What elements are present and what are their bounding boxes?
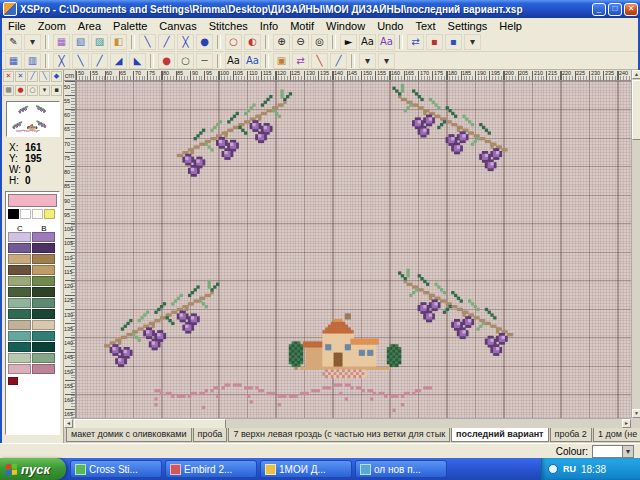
pointer-tool[interactable]: ► [340,34,357,50]
letter-blue-button[interactable]: Aa [244,53,261,69]
menu-file[interactable]: File [2,20,32,32]
text-purple-tool[interactable]: Aa [378,34,395,50]
grid-style-a-button[interactable]: ▦ [5,53,22,69]
tab-sheet[interactable]: 7 верхн левая гроздь (с частью низ ветки… [228,428,450,442]
stitch-cross-red-tool[interactable]: ✕ [3,71,14,82]
menu-undo[interactable]: Undo [371,20,409,32]
half-back-stitch-button[interactable]: ╲ [72,53,89,69]
tab-sheet[interactable]: 1 дом (не весь для стыковки) [593,428,640,442]
scroll-down-button[interactable]: ▼ [632,409,640,418]
palette-swatch[interactable] [8,342,31,352]
scroll-left-button[interactable]: ◄ [64,419,73,428]
grid-mini-tool[interactable]: ▦ [3,85,14,96]
arrow-mini-dropdown[interactable]: ▾ [39,85,50,96]
start-button[interactable]: пуск [0,458,66,480]
menu-settings[interactable]: Settings [442,20,494,32]
palette-swatch[interactable] [8,364,31,374]
menu-help[interactable]: Help [493,20,528,32]
tab-sheet[interactable]: проба 2 [550,428,592,442]
bead-outline-button[interactable]: ○ [177,53,194,69]
menu-canvas[interactable]: Canvas [153,20,202,32]
close-button[interactable]: ✕ [624,3,638,16]
grid-style-b-button[interactable]: ▥ [24,53,41,69]
palette-swatch[interactable] [8,276,31,286]
stitch-cross-blue-tool[interactable]: ✕ [15,71,26,82]
menu-motif[interactable]: Motif [284,20,320,32]
taskbar-task[interactable]: ол нов п... [355,460,447,478]
print-button[interactable]: ◧ [110,34,127,50]
menu-text[interactable]: Text [409,20,441,32]
current-color-swatch[interactable] [8,194,57,207]
palette-swatch[interactable] [8,265,31,275]
vertical-scrollbar[interactable]: ▲ ▼ [631,70,640,418]
knot-tool[interactable]: ● [196,34,213,50]
more-dropdown[interactable]: ▾ [464,34,481,50]
halfstitch-tool[interactable]: ╱ [158,34,175,50]
dot-red-mini-tool[interactable]: ● [15,85,26,96]
palette-swatch[interactable] [32,331,55,341]
palette-swatch[interactable] [32,342,55,352]
language-indicator[interactable]: RU [563,464,576,474]
palette-swatch[interactable] [32,298,55,308]
tray-icon[interactable] [548,464,558,474]
palette-swatch[interactable] [8,287,31,297]
rotate-motif-button[interactable]: ⇄ [292,53,309,69]
copy-motif-button[interactable]: ▣ [273,53,290,69]
menu-stitches[interactable]: Stitches [203,20,254,32]
palette-swatch[interactable] [32,276,55,286]
taskbar-task[interactable]: Cross Sti... [70,460,162,478]
stitch-backslash-tool[interactable]: ╲ [39,71,50,82]
vertical-scroll-thumb[interactable] [632,80,640,140]
mark-blue-button[interactable]: ▪ [445,34,462,50]
quarter-stitch-button[interactable]: ◢ [110,53,127,69]
palette-swatch[interactable] [32,232,55,242]
stitch-slash-tool[interactable]: ╱ [27,71,38,82]
palette-swatch[interactable] [8,298,31,308]
circle-mini-tool[interactable]: ○ [27,85,38,96]
palette-swatch[interactable] [32,309,55,319]
stitch-grid[interactable] [76,81,631,418]
save-pattern-button[interactable]: ▨ [91,34,108,50]
three-quarter-stitch-button[interactable]: ◣ [129,53,146,69]
circle-red-tool[interactable]: ○ [225,34,242,50]
colour-dropdown[interactable]: ▾ [592,445,634,458]
menu-zoom[interactable]: Zoom [32,20,72,32]
combo-a-dropdown[interactable]: ▾ [359,53,376,69]
palette-swatch[interactable] [32,265,55,275]
minimize-button[interactable]: _ [592,3,606,16]
quick-swatch[interactable] [20,209,31,219]
letter-black-button[interactable]: Aa [225,53,242,69]
open-pattern-button[interactable]: ▧ [72,34,89,50]
menu-palette[interactable]: Palette [107,20,153,32]
palette-footer-swatch[interactable] [8,377,18,385]
stitch-diamond-tool[interactable]: ◆ [51,71,62,82]
tab-sheet[interactable]: проба [193,428,228,442]
backstitch-tool[interactable]: ╲ [139,34,156,50]
zoom-in-button[interactable]: ⊕ [273,34,290,50]
pencil-tool[interactable]: ✎ [5,34,22,50]
palette-swatch[interactable] [32,320,55,330]
new-pattern-button[interactable]: ▦ [53,34,70,50]
palette-swatch[interactable] [8,331,31,341]
quick-swatch[interactable] [32,209,43,219]
flip-blue-button[interactable]: ╱ [330,53,347,69]
quick-swatch[interactable] [44,209,55,219]
palette-swatch[interactable] [8,309,31,319]
palette-swatch[interactable] [32,364,55,374]
swap-colors-button[interactable]: ⇄ [407,34,424,50]
text-black-tool[interactable]: Aa [359,34,376,50]
taskbar-task[interactable]: Embird 2... [165,460,257,478]
bead-red-button[interactable]: ● [158,53,175,69]
palette-swatch[interactable] [8,320,31,330]
combo-b-dropdown[interactable]: ▾ [378,53,395,69]
half-fore-stitch-button[interactable]: ╱ [91,53,108,69]
circle-half-tool[interactable]: ◐ [244,34,261,50]
menu-area[interactable]: Area [72,20,107,32]
crossstitch-tool[interactable]: ╳ [177,34,194,50]
mark-red-button[interactable]: ▪ [426,34,443,50]
zoom-out-button[interactable]: ⊖ [292,34,309,50]
taskbar-task[interactable]: 1МОИ Д... [260,460,352,478]
zoom-actual-button[interactable]: ◎ [311,34,328,50]
palette-swatch[interactable] [32,243,55,253]
quick-swatch[interactable] [8,209,19,219]
